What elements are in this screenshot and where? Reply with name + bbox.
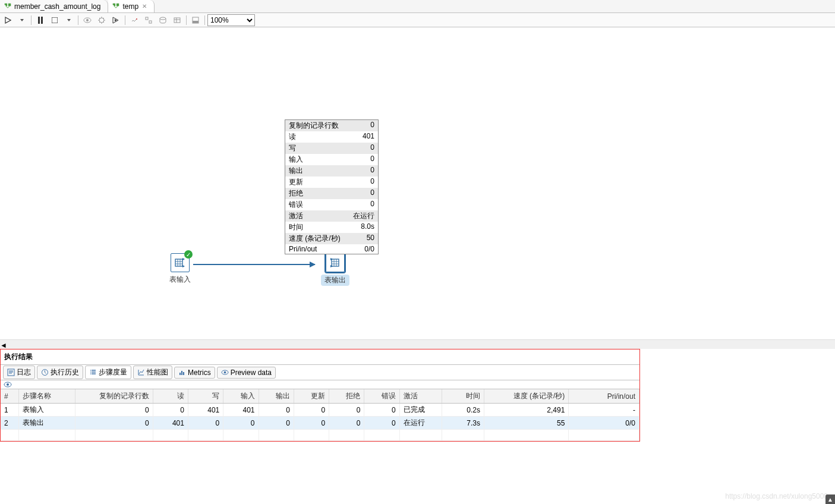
chart-icon xyxy=(137,368,145,376)
close-icon[interactable]: ✕ xyxy=(142,3,147,10)
history-icon xyxy=(41,368,49,376)
table-header: # 步骤名称 复制的记录行数 读 写 输入 输出 更新 拒绝 错误 激活 时间 … xyxy=(1,389,639,404)
svg-rect-0 xyxy=(38,17,40,24)
svg-rect-13 xyxy=(175,259,182,266)
svg-rect-18 xyxy=(181,371,182,375)
svg-rect-7 xyxy=(146,17,148,20)
metrics-icon xyxy=(178,368,186,376)
watermark: https://blog.csdn.net/xulong5000 xyxy=(725,492,828,500)
run-button[interactable] xyxy=(1,14,14,26)
tab-label: temp xyxy=(122,2,138,11)
list-icon xyxy=(89,368,97,376)
transform-icon xyxy=(4,2,12,11)
transform-icon xyxy=(112,2,120,11)
hop-arrow[interactable] xyxy=(193,264,315,265)
explore-button[interactable] xyxy=(171,14,184,26)
svg-point-6 xyxy=(136,18,137,20)
step-table-input[interactable]: ✓ 表输入 xyxy=(169,253,191,285)
results-panel: 执行结果 日志 执行历史 步骤度量 性能图 Metrics Preview da… xyxy=(0,349,640,442)
tab-temp[interactable]: temp ✕ xyxy=(108,0,155,12)
svg-point-21 xyxy=(223,371,226,374)
svg-rect-17 xyxy=(179,373,181,375)
replay-button[interactable] xyxy=(109,14,122,26)
step-table-output[interactable]: 表输出 xyxy=(321,253,349,286)
impact-button[interactable] xyxy=(142,14,155,26)
debug-button[interactable] xyxy=(95,14,108,26)
step-metrics-tooltip: 复制的记录行数0 读401 写0 输入0 输出0 更新0 拒绝0 错误0 激活在… xyxy=(285,119,379,254)
zoom-select[interactable]: 100% xyxy=(207,14,255,26)
tab-history[interactable]: 执行历史 xyxy=(37,366,83,379)
step-label: 表输出 xyxy=(321,275,349,286)
svg-rect-2 xyxy=(52,17,58,23)
results-tabs: 日志 执行历史 步骤度量 性能图 Metrics Preview data xyxy=(1,364,639,380)
table-row[interactable] xyxy=(1,430,639,441)
success-badge-icon: ✓ xyxy=(184,250,193,259)
preview-button[interactable] xyxy=(81,14,94,26)
svg-rect-12 xyxy=(193,21,198,23)
stop-dropdown[interactable] xyxy=(62,14,75,26)
horizontal-scrollbar[interactable]: ◄ xyxy=(0,339,835,349)
run-dropdown[interactable] xyxy=(15,14,29,26)
eye-icon xyxy=(221,368,229,376)
svg-rect-10 xyxy=(174,18,180,23)
svg-point-4 xyxy=(86,19,89,21)
results-title: 执行结果 xyxy=(1,349,639,364)
svg-point-9 xyxy=(160,17,166,20)
verify-button[interactable] xyxy=(128,14,141,26)
svg-rect-1 xyxy=(41,17,43,24)
pause-button[interactable] xyxy=(34,14,47,26)
show-results-button[interactable] xyxy=(189,14,202,26)
tab-preview-data[interactable]: Preview data xyxy=(217,367,276,379)
svg-rect-19 xyxy=(183,372,184,375)
editor-tabs: member_cash_amount_log temp ✕ xyxy=(0,0,835,13)
log-icon xyxy=(7,368,15,376)
sql-button[interactable] xyxy=(156,14,169,26)
tab-member-cash[interactable]: member_cash_amount_log xyxy=(0,0,108,12)
tab-metrics[interactable]: Metrics xyxy=(174,367,215,379)
svg-rect-8 xyxy=(149,21,152,23)
tab-perf-chart[interactable]: 性能图 xyxy=(133,366,172,379)
stop-button[interactable] xyxy=(48,14,61,26)
svg-rect-14 xyxy=(332,259,339,266)
canvas[interactable]: ✓ 表输入 表输出 复制的记录行数0 读401 写0 输入0 输出0 更新0 拒… xyxy=(0,27,835,339)
sniff-button[interactable] xyxy=(1,380,639,389)
scroll-top-button[interactable]: ▲ xyxy=(825,494,835,504)
table-row[interactable]: 1 表输入 0 0 401 401 0 0 0 0 已完成 0.2s 2,491… xyxy=(1,404,639,417)
tab-step-metrics[interactable]: 步骤度量 xyxy=(85,366,131,379)
table-row[interactable]: 2 表输出 0 401 0 0 0 0 0 0 在运行 7.3s 55 0/0 xyxy=(1,417,639,430)
tab-label: member_cash_amount_log xyxy=(14,2,100,11)
step-metrics-table: # 步骤名称 复制的记录行数 读 写 输入 输出 更新 拒绝 错误 激活 时间 … xyxy=(1,389,639,441)
step-label: 表输入 xyxy=(169,275,191,285)
svg-point-23 xyxy=(7,383,9,386)
tab-log[interactable]: 日志 xyxy=(3,366,35,379)
toolbar: 100% xyxy=(0,13,835,27)
